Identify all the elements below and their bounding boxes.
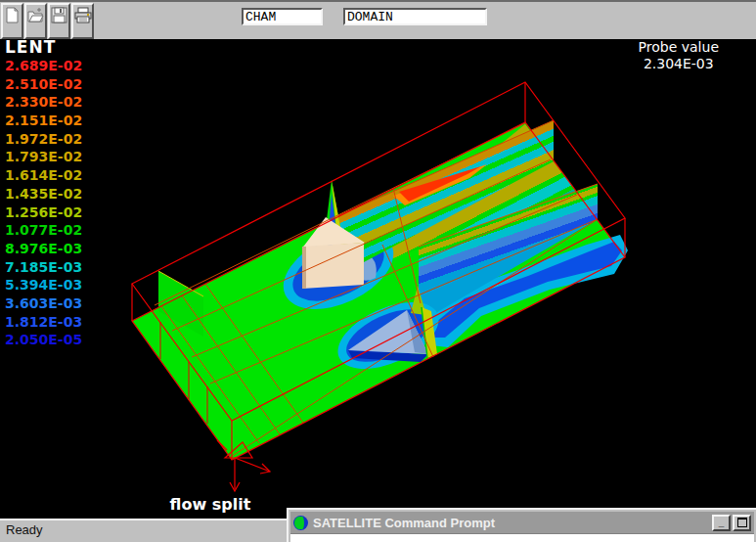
save-floppy-icon bbox=[51, 7, 67, 23]
legend-value: 2.050E-05 bbox=[5, 331, 82, 349]
probe-label: Probe value bbox=[639, 39, 719, 56]
new-file-button[interactable] bbox=[1, 3, 23, 39]
print-button[interactable] bbox=[71, 3, 94, 39]
cham-field[interactable] bbox=[242, 8, 323, 25]
legend-value: 1.972E-02 bbox=[5, 130, 82, 149]
toolbar bbox=[0, 0, 756, 39]
graphics-viewport[interactable]: LENT 2.689E-02 2.510E-02 2.330E-02 2.151… bbox=[0, 39, 756, 519]
save-button[interactable] bbox=[48, 3, 70, 39]
legend-value: 1.793E-02 bbox=[5, 148, 82, 166]
satellite-app-icon bbox=[293, 516, 308, 530]
obstacle-box-front bbox=[302, 243, 364, 289]
printer-icon bbox=[74, 7, 92, 23]
obstacle-box-shadow-edge bbox=[302, 247, 306, 289]
legend-value: 8.976E-03 bbox=[5, 240, 82, 258]
legend-value: 5.394E-03 bbox=[5, 276, 82, 294]
maximize-button[interactable] bbox=[733, 515, 751, 531]
status-text: Ready bbox=[6, 522, 43, 537]
window-content[interactable] bbox=[290, 533, 754, 542]
legend-variable-name: LENT bbox=[5, 37, 82, 57]
open-folder-icon bbox=[27, 7, 44, 23]
satellite-command-prompt-window[interactable]: SATELLITE Command Prompt _ bbox=[287, 508, 756, 542]
legend-value: 1.077E-02 bbox=[5, 221, 82, 240]
photon-viewer-app: LENT 2.689E-02 2.510E-02 2.330E-02 2.151… bbox=[0, 0, 756, 542]
legend-value: 1.614E-02 bbox=[5, 166, 82, 185]
new-file-icon bbox=[4, 7, 21, 23]
legend-value: 2.330E-02 bbox=[5, 93, 82, 112]
legend-value: 2.151E-02 bbox=[5, 112, 82, 130]
plot-caption: flow split bbox=[117, 495, 303, 514]
window-title-bar[interactable]: SATELLITE Command Prompt _ bbox=[290, 512, 754, 533]
maximize-icon bbox=[737, 518, 747, 527]
open-file-button[interactable] bbox=[24, 3, 47, 39]
legend-value: 1.435E-02 bbox=[5, 185, 82, 203]
window-title: SATELLITE Command Prompt bbox=[313, 516, 710, 530]
probe-value: 2.304E-03 bbox=[639, 56, 719, 72]
legend-value: 3.603E-03 bbox=[5, 294, 82, 313]
cfd-3d-scene bbox=[0, 39, 756, 519]
domain-field[interactable] bbox=[343, 8, 487, 25]
legend-value: 1.812E-03 bbox=[5, 313, 82, 332]
legend-value: 2.689E-02 bbox=[5, 57, 82, 75]
contour-legend: LENT 2.689E-02 2.510E-02 2.330E-02 2.151… bbox=[5, 37, 82, 349]
legend-value: 7.185E-03 bbox=[5, 258, 82, 277]
probe-readout: Probe value 2.304E-03 bbox=[639, 39, 719, 72]
minimize-button[interactable]: _ bbox=[712, 515, 731, 531]
legend-value: 1.256E-02 bbox=[5, 203, 82, 222]
legend-value: 2.510E-02 bbox=[5, 75, 82, 94]
